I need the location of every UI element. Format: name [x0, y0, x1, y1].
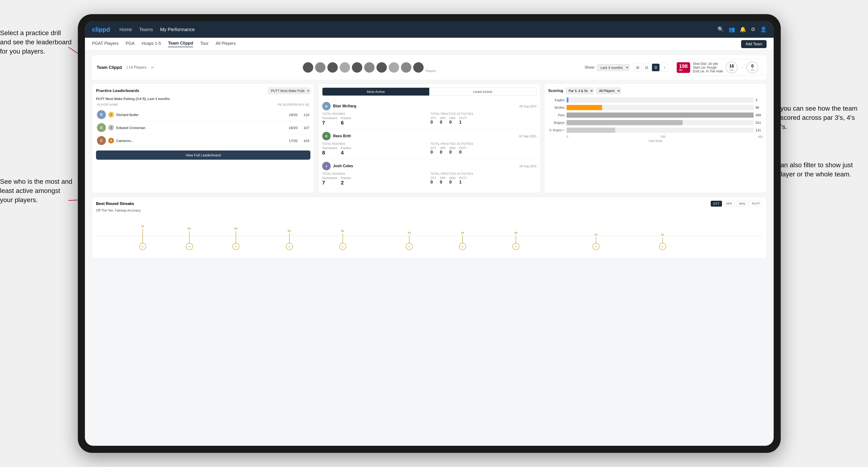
show-label: Show: [585, 65, 595, 69]
eagles-value: 3 [755, 98, 763, 102]
chart-xlabel: Total Shots [548, 139, 763, 143]
streak-arg-btn[interactable]: ARG [736, 201, 748, 207]
team-name: Team Clippd [97, 65, 122, 70]
settings-icon[interactable]: ⚙ [751, 26, 755, 33]
lb-name-2: Edward Crossman [116, 126, 283, 130]
most-active-tab[interactable]: Most Active [322, 88, 429, 96]
view-grid-6-btn[interactable]: ⊟ [643, 64, 651, 71]
birdies-fill [566, 105, 602, 110]
player-activity-1: B Blair McHarg 26 Aug 2023 Total Rounds … [322, 99, 536, 129]
view-icons: ⊞ ⊟ ☰ ↕ [634, 64, 669, 71]
lb-name-3: Cameron... [116, 139, 283, 143]
tablet-frame: clippd Home Teams My Performance 🔍 👥 🔔 ⚙… [78, 14, 781, 453]
sub-nav-hcaps[interactable]: Hcaps 1-5 [142, 41, 161, 47]
bar-bogeys: Bogeys 311 [548, 120, 763, 125]
sub-nav-pgat[interactable]: PGAT Players [92, 41, 118, 47]
pars-label: Pars [548, 113, 565, 117]
avatar-10[interactable] [413, 62, 424, 73]
player-act-date-2: 02 Sep 2023 [519, 134, 536, 138]
streak-dot-6: 4x ● [406, 231, 413, 250]
lb-avatar-1: R [97, 110, 106, 119]
edit-icon[interactable]: ✏ [151, 65, 154, 70]
view-list-btn[interactable]: ☰ [652, 64, 659, 71]
sub-nav: PGAT Players PGA Hcaps 1-5 Team Clippd T… [85, 38, 774, 51]
players-label: Players [426, 69, 436, 73]
leaderboard-drill-select[interactable]: PUTT Must Make Putting... [268, 88, 310, 94]
nav-link-performance[interactable]: My Performance [160, 27, 195, 32]
player-act-header-2: R Rees Britt 02 Sep 2023 [322, 132, 536, 140]
least-active-tab[interactable]: Least Active [429, 88, 536, 96]
streak-app-btn[interactable]: APP [723, 201, 735, 207]
nav-link-teams[interactable]: Teams [139, 27, 153, 32]
avatar-9[interactable] [401, 62, 411, 73]
dbogeys-track [566, 128, 753, 133]
avatar-1[interactable] [303, 62, 313, 73]
bar-birdies: Birdies 96 [548, 105, 763, 110]
sub-nav-allplayers[interactable]: All Players [216, 41, 236, 47]
birdies-value: 96 [755, 106, 763, 110]
rounds-numbers-1: Tournament 7 Practice 6 [322, 117, 428, 126]
activity-toggle: Most Active Least Active [322, 88, 536, 96]
bar-eagles: Eagles 3 [548, 97, 763, 102]
lb-avg-3: 103 [300, 139, 309, 143]
avatar-6[interactable] [364, 62, 375, 73]
dbogeys-fill [566, 128, 615, 133]
shot-card: 198 SC Shot Dist: 16 yds Start Lie: Roug… [673, 59, 762, 76]
player-activity-2: R Rees Britt 02 Sep 2023 Total Rounds To… [322, 129, 536, 159]
streaks-subtitle: Off The Tee, Fairway Accuracy [96, 209, 763, 212]
lb-score-1: 19/20 [286, 113, 298, 117]
view-sort-btn[interactable]: ↕ [661, 64, 669, 71]
view-full-leaderboard-button[interactable]: View Full Leaderboard [96, 151, 310, 160]
sub-nav-pga[interactable]: PGA [125, 41, 134, 47]
three-column-layout: Practice Leaderboards PUTT Must Make Put… [92, 84, 767, 193]
add-team-button[interactable]: Add Team [741, 40, 767, 48]
player-act-header-3: J Josh Coles 26 Aug 2023 [322, 162, 536, 170]
avatar-3[interactable] [328, 62, 338, 73]
lb-row-1: R 1 Richard Butler 19/20 110 [96, 108, 310, 121]
streak-dot-8: 4x ● [512, 231, 519, 250]
shot-details: Shot Dist: 16 yds Start Lie: Rough End L… [693, 62, 723, 73]
avatar-5[interactable] [352, 62, 362, 73]
activity-card: Most Active Least Active B Blair McHarg … [318, 84, 540, 193]
lb-score-2: 18/20 [286, 126, 298, 130]
scoring-player-filter[interactable]: All Players [596, 88, 621, 94]
pars-fill [566, 113, 753, 118]
streak-dot-9: 3x ● [592, 233, 599, 250]
avatar-2[interactable] [315, 62, 326, 73]
player-act-rounds-2: Total Rounds Tournament 8 Practice 4 [322, 142, 536, 156]
nav-icons: 🔍 👥 🔔 ⚙ 👤 [717, 26, 767, 33]
streak-putt-btn[interactable]: PUTT [749, 201, 763, 207]
lb-row-2: E 2 Edward Crossman 18/20 107 [96, 121, 310, 134]
practice-leaderboard-card: Practice Leaderboards PUTT Must Make Put… [92, 84, 314, 193]
player-activity-3: J Josh Coles 26 Aug 2023 Total Rounds To… [322, 159, 536, 189]
yds-right: 0 yds [747, 62, 758, 73]
eagles-fill [566, 97, 568, 102]
player-act-rounds-1: Total Rounds Tournament 7 Practice 6 [322, 112, 536, 126]
nav-link-home[interactable]: Home [120, 27, 132, 32]
nav-logo: clippd [92, 26, 110, 33]
total-rounds-label-1: Total Rounds [322, 112, 428, 116]
lb-avatar-2: E [97, 123, 106, 132]
player-act-date-1: 26 Aug 2023 [519, 104, 536, 108]
avatar-8[interactable] [389, 62, 399, 73]
sub-nav-teamclippd[interactable]: Team Clippd [168, 41, 193, 47]
bell-icon[interactable]: 🔔 [740, 26, 746, 33]
view-grid-4-btn[interactable]: ⊞ [634, 64, 642, 71]
search-icon[interactable]: 🔍 [717, 26, 724, 33]
bogeys-track [566, 120, 753, 125]
lb-avg-1: 110 [300, 113, 309, 117]
streak-ott-btn[interactable]: OTT [711, 201, 722, 207]
player-act-avatar-1: B [322, 102, 331, 111]
avatar-7[interactable] [376, 62, 387, 73]
show-period-select[interactable]: Last 3 months Last 6 months Last year [597, 64, 629, 71]
sub-nav-tour[interactable]: Tour [200, 41, 209, 47]
users-icon[interactable]: 👥 [728, 26, 735, 33]
player-act-avatar-2: R [322, 132, 331, 140]
leaderboard-subtitle: PUTT Must Make Putting (3-6 ft), Last 3 … [96, 97, 310, 101]
profile-icon[interactable]: 👤 [760, 26, 767, 33]
avatar-4[interactable] [340, 62, 350, 73]
scoring-par-filter[interactable]: Par 3, 4 & 5s Par 3s Par 4s Par 5s [566, 88, 594, 94]
streaks-card: Best Round Streaks OTT APP ARG PUTT Off … [92, 197, 767, 259]
player-act-name-2: Rees Britt [333, 134, 517, 138]
scoring-card: Scoring Par 3, 4 & 5s Par 3s Par 4s Par … [544, 84, 767, 193]
